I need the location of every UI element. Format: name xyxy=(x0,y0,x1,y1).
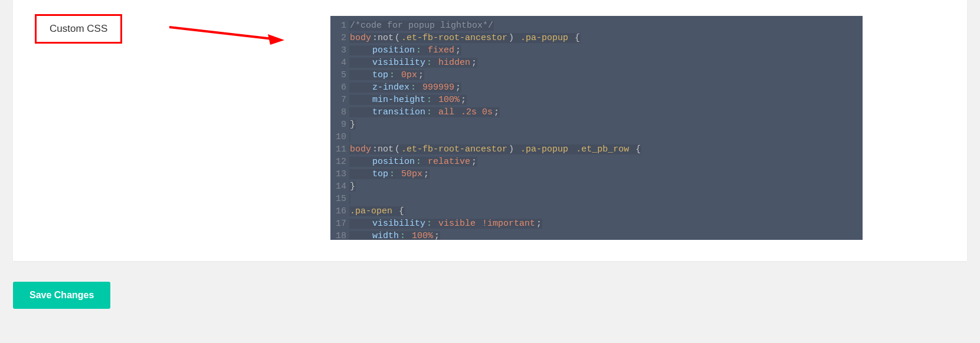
css-code-editor[interactable]: 1/*code for popup lightbox*/2body:not(.e… xyxy=(330,16,863,240)
code-text[interactable]: top: 0px; xyxy=(349,69,424,81)
code-text[interactable]: /*code for popup lightbox*/ xyxy=(349,19,494,32)
custom-css-label: Custom CSS xyxy=(35,14,122,44)
save-changes-button[interactable]: Save Changes xyxy=(13,282,110,309)
line-number: 8 xyxy=(330,106,349,118)
code-text[interactable]: transition: all .2s 0s; xyxy=(349,106,500,118)
code-line[interactable]: 2body:not(.et-fb-root-ancestor) .pa-popu… xyxy=(330,32,863,44)
code-line[interactable]: 18 width: 100%; xyxy=(330,230,863,240)
svg-marker-1 xyxy=(268,34,284,45)
line-number: 10 xyxy=(330,131,349,143)
code-text[interactable]: position: relative; xyxy=(349,156,477,168)
settings-panel: Custom CSS 1/*code for popup lightbox*/2… xyxy=(13,0,967,261)
code-line[interactable]: 8 transition: all .2s 0s; xyxy=(330,106,863,118)
code-line[interactable]: 7 min-height: 100%; xyxy=(330,94,863,106)
code-text[interactable]: position: fixed; xyxy=(349,44,461,57)
svg-line-0 xyxy=(169,27,273,39)
line-number: 4 xyxy=(330,57,349,69)
code-text[interactable] xyxy=(349,193,350,205)
code-text[interactable]: width: 100%; xyxy=(349,230,440,240)
line-number: 17 xyxy=(330,217,349,230)
code-text[interactable]: visibility: visible !important; xyxy=(349,217,542,230)
line-number: 9 xyxy=(330,118,349,131)
code-text[interactable]: min-height: 100%; xyxy=(349,94,467,106)
code-text[interactable]: top: 50px; xyxy=(349,168,430,180)
code-line[interactable]: 6 z-index: 999999; xyxy=(330,81,863,94)
line-number: 5 xyxy=(330,69,349,81)
line-number: 3 xyxy=(330,44,349,57)
line-number: 6 xyxy=(330,81,349,94)
line-number: 14 xyxy=(330,180,349,193)
code-line[interactable]: 9} xyxy=(330,118,863,131)
code-line[interactable]: 13 top: 50px; xyxy=(330,168,863,180)
code-line[interactable]: 12 position: relative; xyxy=(330,156,863,168)
line-number: 11 xyxy=(330,143,349,156)
save-button-label: Save Changes xyxy=(30,290,94,300)
code-line[interactable]: 16.pa-open { xyxy=(330,205,863,217)
line-number: 16 xyxy=(330,205,349,217)
label-text: Custom CSS xyxy=(50,23,107,34)
code-line[interactable]: 1/*code for popup lightbox*/ xyxy=(330,19,863,32)
line-number: 7 xyxy=(330,94,349,106)
code-text[interactable]: z-index: 999999; xyxy=(349,81,461,94)
code-line[interactable]: 14} xyxy=(330,180,863,193)
code-line[interactable]: 10 xyxy=(330,131,863,143)
code-text[interactable]: .pa-open { xyxy=(349,205,405,217)
code-line[interactable]: 11body:not(.et-fb-root-ancestor) .pa-pop… xyxy=(330,143,863,156)
code-line[interactable]: 15 xyxy=(330,193,863,205)
code-text[interactable]: body:not(.et-fb-root-ancestor) .pa-popup… xyxy=(349,143,641,156)
code-text[interactable]: } xyxy=(349,180,356,193)
code-line[interactable]: 5 top: 0px; xyxy=(330,69,863,81)
line-number: 15 xyxy=(330,193,349,205)
line-number: 1 xyxy=(330,19,349,32)
arrow-icon xyxy=(166,22,284,46)
code-text[interactable]: visibility: hidden; xyxy=(349,57,477,69)
code-text[interactable]: body:not(.et-fb-root-ancestor) .pa-popup… xyxy=(349,32,581,44)
line-number: 12 xyxy=(330,156,349,168)
code-line[interactable]: 17 visibility: visible !important; xyxy=(330,217,863,230)
code-line[interactable]: 4 visibility: hidden; xyxy=(330,57,863,69)
code-text[interactable]: } xyxy=(349,118,356,131)
line-number: 13 xyxy=(330,168,349,180)
line-number: 18 xyxy=(330,230,349,240)
line-number: 2 xyxy=(330,32,349,44)
code-line[interactable]: 3 position: fixed; xyxy=(330,44,863,57)
code-text[interactable] xyxy=(349,131,350,143)
